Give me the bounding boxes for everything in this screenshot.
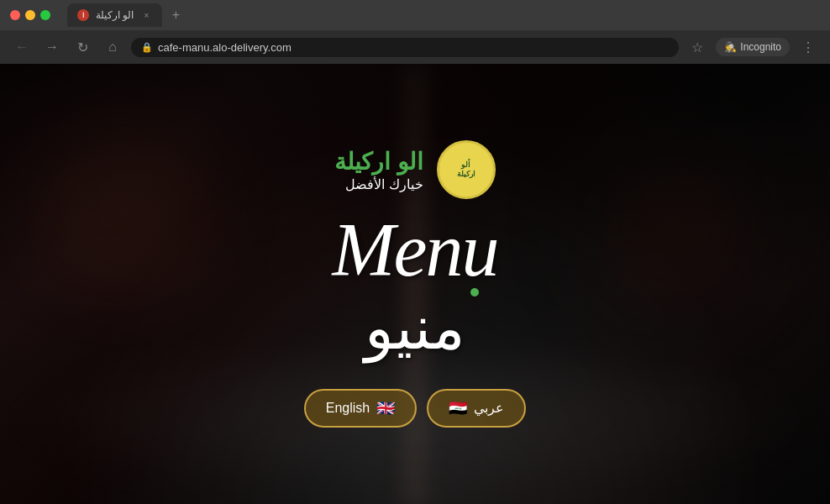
logo-badge-text: ألو اركيلة xyxy=(457,160,475,180)
active-tab[interactable]: ا الو اركيلة × xyxy=(67,3,162,27)
menu-button[interactable]: ⋮ xyxy=(796,35,820,59)
forward-button[interactable]: → xyxy=(40,35,64,59)
browser-chrome: ا الو اركيلة × + ← → ↻ ⌂ 🔒 cafe-manu.alo… xyxy=(0,0,830,64)
arabic-language-button[interactable]: عربي 🇮🇶 xyxy=(427,389,526,428)
nav-actions: ☆ 🕵 Incognito ⋮ xyxy=(686,35,820,59)
tab-title: الو اركيلة xyxy=(96,9,134,21)
logo-section: الو اركيلة خيارك الأفضل ألو اركيلة xyxy=(334,140,496,199)
logo-text-group: الو اركيلة خيارك الأفضل xyxy=(334,148,423,192)
logo-arabic-title: الو اركيلة xyxy=(334,148,423,176)
logo-badge: ألو اركيلة xyxy=(437,140,496,199)
refresh-button[interactable]: ↻ xyxy=(71,35,94,59)
maximize-button[interactable] xyxy=(40,10,50,20)
arabic-flag-icon: 🇮🇶 xyxy=(449,399,467,417)
close-button[interactable] xyxy=(10,10,20,20)
title-bar: ا الو اركيلة × + xyxy=(0,0,830,30)
menu-dot-accent xyxy=(470,288,479,297)
url-text: cafe-manu.alo-delivery.com xyxy=(158,41,669,54)
menu-english-text: Menu xyxy=(333,213,498,288)
tab-close-button[interactable]: × xyxy=(140,9,152,21)
menu-arabic-text: منيو xyxy=(365,295,465,361)
nav-bar: ← → ↻ ⌂ 🔒 cafe-manu.alo-delivery.com ☆ 🕵… xyxy=(0,30,830,64)
back-button[interactable]: ← xyxy=(10,35,34,59)
english-label: English xyxy=(326,401,370,416)
bookmark-button[interactable]: ☆ xyxy=(686,35,709,59)
english-flag-icon: 🇬🇧 xyxy=(376,399,395,417)
language-buttons: English 🇬🇧 عربي 🇮🇶 xyxy=(304,389,526,428)
minimize-button[interactable] xyxy=(25,10,35,20)
page-content: الو اركيلة خيارك الأفضل ألو اركيلة Menu … xyxy=(0,64,830,504)
english-language-button[interactable]: English 🇬🇧 xyxy=(304,389,417,428)
content-wrapper: الو اركيلة خيارك الأفضل ألو اركيلة Menu … xyxy=(0,64,830,504)
arabic-label: عربي xyxy=(474,400,504,416)
incognito-label: Incognito xyxy=(740,41,781,53)
home-button[interactable]: ⌂ xyxy=(101,35,124,59)
tab-favicon: ا xyxy=(77,9,89,21)
address-bar[interactable]: 🔒 cafe-manu.alo-delivery.com xyxy=(131,38,679,57)
incognito-icon: 🕵 xyxy=(724,41,737,53)
incognito-button[interactable]: 🕵 Incognito xyxy=(716,38,790,56)
window-controls xyxy=(786,5,820,25)
tab-bar: ا الو اركيلة × + xyxy=(67,3,780,27)
new-tab-button[interactable]: + xyxy=(165,5,186,25)
logo-arabic-subtitle: خيارك الأفضل xyxy=(334,176,423,192)
traffic-lights xyxy=(10,10,50,20)
lock-icon: 🔒 xyxy=(141,42,153,53)
